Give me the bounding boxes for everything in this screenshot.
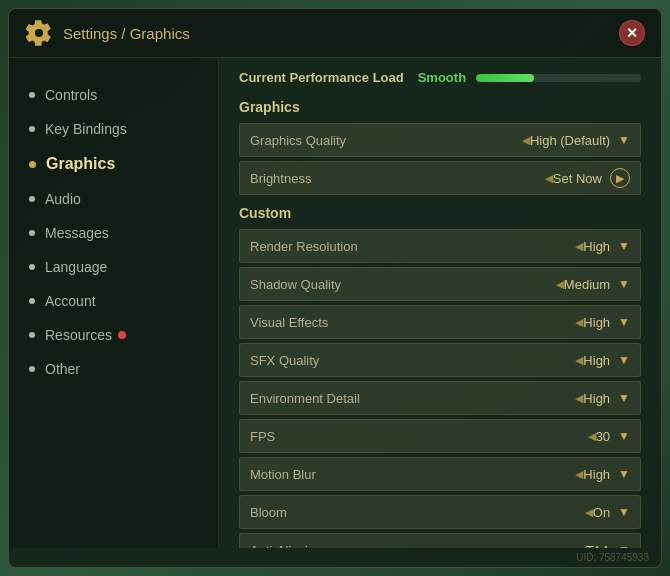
sidebar-item-messages[interactable]: Messages (9, 216, 218, 250)
setting-value-label: High (583, 391, 610, 406)
dropdown-arrow-icon[interactable]: ▼ (618, 239, 630, 253)
sidebar-item-label: Account (45, 293, 96, 309)
left-arrow-button[interactable]: ◀ (575, 468, 583, 481)
sidebar-item-other[interactable]: Other (9, 352, 218, 386)
bullet-icon (29, 332, 35, 338)
setting-name-label: Graphics Quality (250, 133, 522, 148)
bullet-icon (29, 264, 35, 270)
graphics-section-title: Graphics (239, 99, 641, 115)
setting-value-label: On (593, 505, 610, 520)
sidebar-item-label: Other (45, 361, 80, 377)
body: ControlsKey BindingsGraphicsAudioMessage… (9, 58, 661, 548)
setting-value-label: Medium (564, 277, 610, 292)
dropdown-arrow-icon[interactable]: ▼ (618, 467, 630, 481)
setting-row-motion-blur: Motion Blur◀High▼ (239, 457, 641, 491)
performance-label: Current Performance Load (239, 70, 404, 85)
left-arrow-button[interactable]: ◀ (545, 172, 553, 185)
header-title: Settings / Graphics (63, 25, 619, 42)
action-circle-button[interactable]: ▶ (610, 168, 630, 188)
sidebar-item-label: Graphics (46, 155, 115, 173)
performance-status: Smooth (418, 70, 466, 85)
sidebar-item-controls[interactable]: Controls (9, 78, 218, 112)
setting-row-render-resolution: Render Resolution◀High▼ (239, 229, 641, 263)
bullet-icon (29, 161, 36, 168)
main-content: Current Performance Load Smooth Graphics… (219, 58, 661, 548)
setting-row-fps: FPS◀30▼ (239, 419, 641, 453)
set-now-button[interactable]: Set Now (553, 171, 602, 186)
left-arrow-button[interactable]: ◀ (575, 316, 583, 329)
bullet-icon (29, 92, 35, 98)
setting-row-visual-effects: Visual Effects◀High▼ (239, 305, 641, 339)
setting-name-label: Environment Detail (250, 391, 575, 406)
notification-badge (118, 331, 126, 339)
setting-row-graphics-quality: Graphics Quality◀High (Default)▼ (239, 123, 641, 157)
setting-value-label: 30 (596, 429, 610, 444)
left-arrow-button[interactable]: ◀ (556, 278, 564, 291)
setting-name-label: Render Resolution (250, 239, 575, 254)
sidebar-item-label: Resources (45, 327, 112, 343)
sidebar-item-label: Language (45, 259, 107, 275)
sidebar-item-audio[interactable]: Audio (9, 182, 218, 216)
custom-section-title: Custom (239, 205, 641, 221)
setting-value-label: High (583, 315, 610, 330)
dropdown-arrow-icon[interactable]: ▼ (618, 391, 630, 405)
custom-settings-list: Render Resolution◀High▼Shadow Quality◀Me… (239, 229, 641, 548)
sidebar-item-label: Messages (45, 225, 109, 241)
left-arrow-button[interactable]: ◀ (575, 354, 583, 367)
uid-label: UID: 758745933 (576, 552, 649, 563)
performance-row: Current Performance Load Smooth (239, 70, 641, 85)
setting-name-label: SFX Quality (250, 353, 575, 368)
sidebar-item-key-bindings[interactable]: Key Bindings (9, 112, 218, 146)
gear-icon (25, 19, 53, 47)
sidebar-item-account[interactable]: Account (9, 284, 218, 318)
bullet-icon (29, 298, 35, 304)
setting-row-environment-detail: Environment Detail◀High▼ (239, 381, 641, 415)
setting-row-bloom: Bloom◀On▼ (239, 495, 641, 529)
bullet-icon (29, 196, 35, 202)
sidebar-item-label: Key Bindings (45, 121, 127, 137)
setting-value-label: High (583, 239, 610, 254)
setting-name-label: Visual Effects (250, 315, 575, 330)
left-arrow-button[interactable]: ◀ (588, 430, 596, 443)
sidebar-item-language[interactable]: Language (9, 250, 218, 284)
graphics-settings-list: Graphics Quality◀High (Default)▼Brightne… (239, 123, 641, 195)
bullet-icon (29, 126, 35, 132)
sidebar-item-label: Audio (45, 191, 81, 207)
left-arrow-button[interactable]: ◀ (585, 506, 593, 519)
dropdown-arrow-icon[interactable]: ▼ (618, 277, 630, 291)
left-arrow-button[interactable]: ◀ (575, 240, 583, 253)
settings-window: Settings / Graphics ✕ ControlsKey Bindin… (8, 8, 662, 568)
setting-name-label: FPS (250, 429, 588, 444)
header: Settings / Graphics ✕ (9, 9, 661, 58)
setting-value-label: High (Default) (530, 133, 610, 148)
setting-value-label: High (583, 353, 610, 368)
left-arrow-button[interactable]: ◀ (578, 544, 586, 549)
dropdown-arrow-icon[interactable]: ▼ (618, 353, 630, 367)
setting-name-label: Bloom (250, 505, 585, 520)
setting-row-anti-aliasing: Anti-Aliasing◀TAA▼ (239, 533, 641, 548)
sidebar-item-resources[interactable]: Resources (9, 318, 218, 352)
left-arrow-button[interactable]: ◀ (575, 392, 583, 405)
close-button[interactable]: ✕ (619, 20, 645, 46)
sidebar-item-graphics[interactable]: Graphics (9, 146, 218, 182)
dropdown-arrow-icon[interactable]: ▼ (618, 505, 630, 519)
setting-name-label: Motion Blur (250, 467, 575, 482)
dropdown-arrow-icon[interactable]: ▼ (618, 133, 630, 147)
setting-value-label: High (583, 467, 610, 482)
left-arrow-button[interactable]: ◀ (522, 134, 530, 147)
sidebar-item-label: Controls (45, 87, 97, 103)
setting-row-sfx-quality: SFX Quality◀High▼ (239, 343, 641, 377)
sidebar: ControlsKey BindingsGraphicsAudioMessage… (9, 58, 219, 548)
setting-row-brightness: Brightness◀Set Now▶ (239, 161, 641, 195)
bullet-icon (29, 366, 35, 372)
dropdown-arrow-icon[interactable]: ▼ (618, 315, 630, 329)
setting-row-shadow-quality: Shadow Quality◀Medium▼ (239, 267, 641, 301)
dropdown-arrow-icon[interactable]: ▼ (618, 429, 630, 443)
setting-name-label: Brightness (250, 171, 545, 186)
bullet-icon (29, 230, 35, 236)
performance-bar (476, 74, 641, 82)
footer: UID: 758745933 (9, 548, 661, 567)
performance-bar-fill (476, 74, 534, 82)
setting-name-label: Shadow Quality (250, 277, 556, 292)
